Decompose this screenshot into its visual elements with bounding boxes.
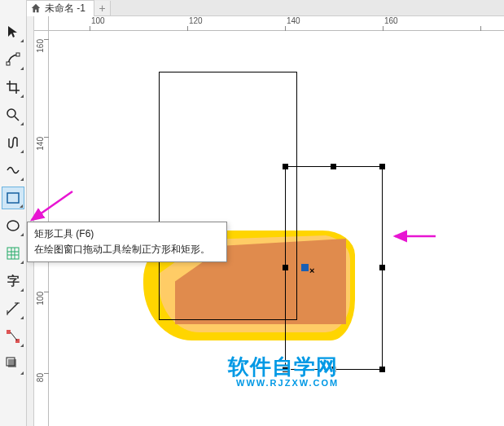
ruler-v-label: 100 [36, 292, 45, 305]
tooltip-title: 矩形工具 (F6) [34, 227, 220, 241]
svg-line-16 [11, 332, 17, 340]
svg-rect-1 [16, 53, 20, 56]
flyout-indicator-icon [20, 122, 24, 125]
crop-tool[interactable] [2, 76, 24, 99]
flyout-indicator-icon [20, 39, 24, 42]
document-tab-label: 未命名 -1 [45, 2, 85, 15]
svg-rect-6 [7, 248, 19, 259]
ruler-v-label: 80 [36, 373, 45, 382]
ellipse-tool[interactable] [2, 214, 24, 237]
horizontal-ruler[interactable]: 100 120 140 160 [49, 16, 504, 31]
svg-rect-4 [7, 193, 19, 203]
graph-paper-tool[interactable] [2, 242, 24, 265]
svg-point-5 [7, 221, 19, 231]
svg-point-2 [7, 109, 15, 117]
toolbox: 字 [0, 0, 27, 426]
artistic-media-tool[interactable] [2, 159, 24, 182]
svg-line-3 [15, 116, 19, 121]
tool-tooltip: 矩形工具 (F6) 在绘图窗口拖动工具绘制正方形和矩形。 [27, 222, 227, 262]
rectangle-tool[interactable] [2, 187, 24, 209]
ruler-origin[interactable] [34, 16, 49, 31]
pick-tool[interactable] [2, 20, 24, 43]
selection-handle-br[interactable] [379, 367, 385, 372]
selection-handle-tl[interactable] [283, 164, 288, 169]
selection-handle-tm[interactable] [331, 164, 336, 169]
watermark: 软件自学网 WWW.RJZXW.COM [228, 353, 339, 388]
selection-center-marker: × [309, 266, 314, 275]
flyout-indicator-icon [20, 316, 24, 319]
ruler-h-label: 140 [287, 16, 300, 25]
flyout-indicator-icon [20, 67, 24, 70]
tooltip-body: 在绘图窗口拖动工具绘制正方形和矩形。 [34, 243, 220, 257]
flyout-indicator-icon [20, 150, 24, 153]
ruler-v-label: 160 [36, 39, 45, 53]
svg-line-19 [32, 191, 72, 220]
connector-tool[interactable] [2, 325, 24, 348]
shape-tool[interactable] [2, 48, 24, 71]
svg-rect-14 [7, 330, 11, 334]
ruler-v-label: 140 [36, 137, 45, 151]
ruler-h-label: 160 [384, 16, 398, 25]
document-tab-1[interactable]: 未命名 -1 [27, 0, 94, 16]
selection-handle-tr[interactable] [379, 164, 385, 169]
rectangle-object-2-selected[interactable] [285, 166, 383, 370]
flyout-indicator-icon [20, 204, 23, 208]
annotation-arrow-right [391, 228, 440, 247]
svg-rect-0 [7, 62, 10, 65]
freehand-tool[interactable] [2, 131, 24, 154]
ruler-h-label: 120 [189, 16, 203, 25]
zoom-tool[interactable] [2, 103, 24, 126]
drop-shadow-tool[interactable] [2, 353, 24, 375]
plus-icon: + [99, 2, 105, 15]
document-tabbar: 未命名 -1 + [27, 0, 504, 16]
rectangle-object-1[interactable] [159, 72, 297, 320]
svg-line-11 [7, 303, 18, 314]
new-tab-button[interactable]: + [94, 1, 111, 15]
flyout-indicator-icon [20, 288, 24, 292]
flyout-indicator-icon [20, 371, 24, 375]
selection-handle-mr[interactable] [379, 265, 385, 270]
flyout-indicator-icon [20, 178, 24, 181]
watermark-title: 软件自学网 [228, 353, 339, 381]
flyout-indicator-icon [20, 233, 24, 236]
flyout-indicator-icon [20, 94, 24, 98]
flyout-indicator-icon [20, 344, 24, 347]
parallel-dimension-tool[interactable] [2, 297, 24, 320]
ruler-h-label: 100 [91, 16, 105, 25]
selection-handle-ml[interactable] [283, 265, 288, 270]
text-tool[interactable]: 字 [2, 270, 24, 292]
watermark-url: WWW.RJZXW.COM [236, 378, 339, 388]
flyout-indicator-icon [20, 261, 24, 264]
home-icon [30, 2, 42, 14]
object-node[interactable] [301, 264, 309, 271]
